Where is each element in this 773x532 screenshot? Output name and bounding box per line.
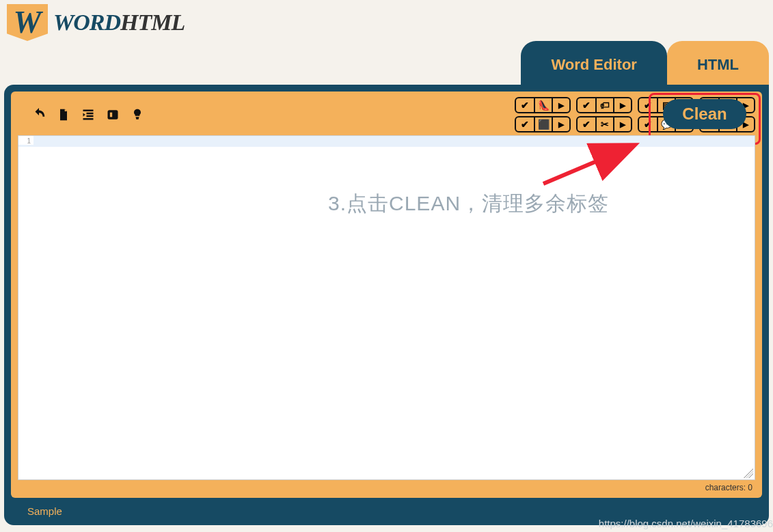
panel-outer: ✔👠 ✔🏷 ✔▤ 🔖 ✔⬛ ✔✂ ✔💬 ≡ Clean 1 char: [4, 85, 769, 525]
option-successive-spaces[interactable]: ✔⬛: [515, 116, 571, 132]
panel-inner: ✔👠 ✔🏷 ✔▤ 🔖 ✔⬛ ✔✂ ✔💬 ≡ Clean 1 char: [11, 92, 762, 498]
logo-word1: WORD: [53, 10, 120, 35]
compress-icon[interactable]: [105, 107, 120, 122]
tab-bar: Word Editor HTML: [521, 41, 769, 87]
logo-word2: HTML: [120, 10, 185, 35]
demo-icon[interactable]: [130, 107, 145, 122]
sample-link[interactable]: Sample: [27, 505, 62, 517]
tab-html[interactable]: HTML: [667, 41, 769, 87]
logo-badge: W: [7, 4, 48, 41]
svg-rect-0: [108, 110, 118, 119]
line-number: 1: [18, 136, 33, 145]
undo-icon[interactable]: [31, 107, 46, 122]
resize-handle-icon[interactable]: [744, 468, 753, 478]
svg-rect-1: [110, 113, 112, 117]
new-file-icon[interactable]: [56, 107, 71, 122]
clean-button[interactable]: Clean: [663, 99, 746, 129]
toolbar-left: [31, 107, 145, 122]
logo-letter: W: [14, 7, 42, 38]
option-remove-span[interactable]: ✔✂: [576, 116, 632, 132]
logo-text: WORDHTML: [53, 10, 185, 36]
tab-word-editor[interactable]: Word Editor: [521, 41, 666, 87]
logo: W WORDHTML: [7, 4, 185, 41]
watermark-text: https://blog.csdn.net/weixin_41783696: [599, 518, 773, 529]
html-editor[interactable]: 1: [18, 135, 755, 480]
indent-icon[interactable]: [81, 107, 96, 122]
option-classes-ids[interactable]: ✔🏷: [576, 97, 632, 113]
char-count-label: characters: 0: [705, 483, 752, 492]
editor-current-line: [18, 136, 755, 147]
option-inline-styles[interactable]: ✔👠: [515, 97, 571, 113]
